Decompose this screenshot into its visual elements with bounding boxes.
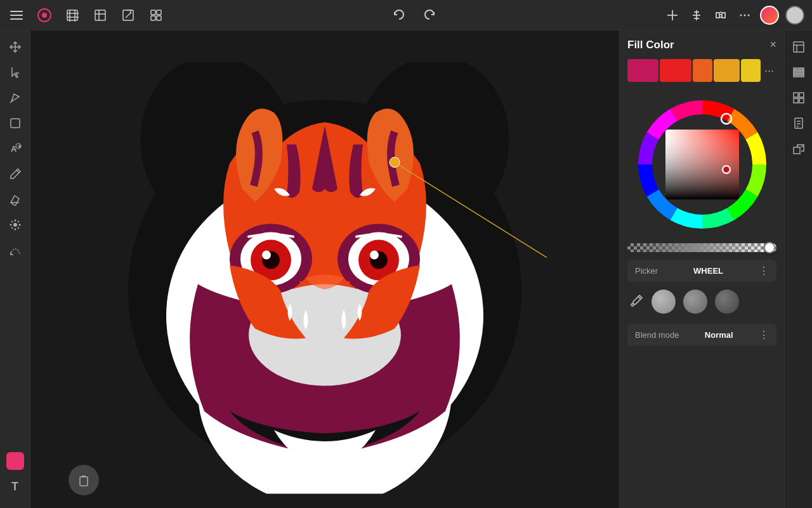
export-button[interactable] — [119, 6, 137, 24]
opacity-slider[interactable] — [627, 243, 776, 252]
svg-rect-1 — [10, 15, 23, 16]
eyedropper-button[interactable] — [630, 293, 644, 311]
svg-point-78 — [631, 304, 634, 306]
main-area: A ★ — [0, 30, 812, 508]
color-wheel-container[interactable] — [627, 90, 776, 236]
select-tool[interactable] — [4, 61, 27, 84]
swatches-more-button[interactable]: ··· — [762, 64, 776, 77]
svg-point-46 — [17, 221, 18, 222]
effects-tool[interactable] — [4, 213, 27, 236]
svg-point-41 — [14, 220, 16, 222]
logo-icon — [36, 6, 53, 24]
color-avatar — [760, 6, 779, 25]
fill-close-button[interactable]: × — [769, 38, 776, 51]
delete-button[interactable] — [69, 465, 99, 495]
opacity-thumb[interactable] — [764, 242, 775, 253]
svg-point-42 — [14, 229, 16, 231]
swatch-2[interactable] — [660, 59, 691, 82]
svg-rect-25 — [716, 13, 719, 18]
redo-button[interactable] — [421, 6, 438, 24]
svg-rect-68 — [80, 477, 88, 486]
picker-label: Picker — [635, 266, 658, 276]
svg-rect-0 — [10, 11, 23, 12]
frame-tool-button[interactable] — [63, 6, 81, 24]
properties-icon[interactable] — [787, 36, 810, 58]
path-tool[interactable] — [4, 239, 27, 262]
svg-line-38 — [16, 170, 19, 173]
text-effect-tool[interactable]: A ★ — [4, 137, 27, 160]
grid-icon[interactable] — [787, 86, 810, 109]
toolbar-right — [664, 6, 804, 25]
sidebar-bottom: T — [4, 452, 27, 503]
right-panel-icons — [784, 30, 812, 508]
svg-point-48 — [17, 227, 18, 229]
fill-panel-header: Fill Color × — [627, 38, 776, 51]
svg-point-4 — [42, 13, 47, 18]
text-tool[interactable]: T — [4, 475, 27, 498]
top-toolbar — [0, 0, 812, 30]
fill-color-panel: Fill Color × ··· — [619, 30, 784, 508]
blend-mode-value: Normal — [705, 330, 733, 340]
svg-line-14 — [126, 13, 131, 18]
svg-point-76 — [724, 167, 729, 172]
svg-point-63 — [370, 251, 379, 260]
svg-rect-96 — [794, 147, 800, 154]
svg-point-30 — [748, 14, 750, 16]
eraser-tool[interactable] — [4, 188, 27, 211]
svg-point-40 — [13, 223, 17, 227]
document-icon[interactable] — [787, 112, 810, 135]
arrange-button[interactable] — [147, 6, 165, 24]
pen-tool[interactable] — [4, 86, 27, 109]
color-dot-dark[interactable] — [715, 290, 739, 314]
transform-icon[interactable] — [787, 137, 810, 160]
menu-button[interactable] — [8, 6, 25, 24]
undo-button[interactable] — [390, 6, 408, 24]
user-avatar[interactable] — [785, 6, 804, 25]
blend-mode-row[interactable]: Blend mode Normal ⋮ — [627, 324, 776, 346]
svg-point-29 — [744, 14, 746, 16]
blend-more-button[interactable]: ⋮ — [759, 329, 769, 341]
distribute-icon[interactable] — [712, 6, 730, 24]
fill-panel-content: Fill Color × ··· — [620, 30, 784, 508]
svg-rect-89 — [799, 93, 804, 97]
svg-point-44 — [18, 224, 20, 226]
swatch-5[interactable] — [741, 59, 761, 82]
svg-point-45 — [11, 221, 12, 222]
svg-rect-2 — [10, 18, 23, 20]
layers-icon[interactable] — [787, 61, 810, 84]
import-button[interactable] — [91, 6, 109, 24]
svg-text:★: ★ — [16, 144, 21, 149]
swatch-3[interactable] — [693, 59, 712, 82]
color-dot-light[interactable] — [652, 290, 676, 314]
fill-panel-title: Fill Color — [627, 39, 674, 51]
pin-icon[interactable] — [664, 6, 681, 24]
svg-point-43 — [10, 224, 11, 226]
swatch-1[interactable] — [627, 59, 658, 82]
picker-value: WHEEL — [693, 266, 723, 276]
svg-rect-34 — [11, 119, 20, 128]
swatch-4[interactable] — [714, 59, 739, 82]
svg-rect-16 — [157, 10, 161, 15]
fox-illustration — [103, 62, 547, 494]
svg-rect-10 — [95, 10, 105, 20]
svg-rect-90 — [794, 98, 798, 103]
picker-row[interactable]: Picker WHEEL ⋮ — [627, 260, 776, 282]
svg-rect-26 — [722, 13, 725, 18]
svg-rect-5 — [67, 10, 77, 20]
align-icon[interactable] — [688, 6, 705, 24]
picker-more-button[interactable]: ⋮ — [759, 265, 769, 277]
opacity-track[interactable] — [627, 243, 776, 252]
color-dot-medium[interactable] — [683, 290, 707, 314]
svg-rect-91 — [799, 98, 804, 103]
svg-line-33 — [10, 102, 11, 103]
svg-rect-18 — [157, 16, 161, 20]
active-color-swatch[interactable] — [6, 452, 24, 470]
svg-rect-15 — [151, 10, 155, 15]
shape-tool[interactable] — [4, 112, 27, 135]
color-swatches-row: ··· — [627, 59, 776, 82]
move-tool[interactable] — [4, 36, 27, 58]
right-section: Fill Color × ··· — [619, 30, 812, 508]
canvas-area[interactable] — [30, 30, 619, 508]
pencil-tool[interactable] — [4, 163, 27, 185]
more-tools-icon[interactable] — [736, 6, 754, 24]
